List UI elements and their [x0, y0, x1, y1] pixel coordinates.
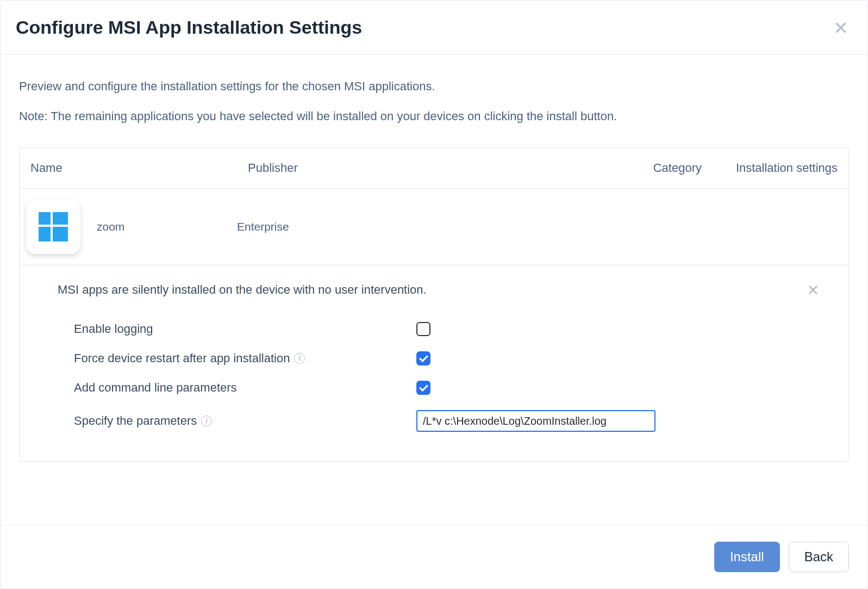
intro-line1: Preview and configure the installation s… [19, 77, 849, 96]
label-force-restart: Force device restart after app installat… [58, 351, 416, 365]
back-button[interactable]: Back [789, 542, 849, 572]
close-icon[interactable] [805, 282, 821, 298]
col-name: Name [30, 161, 248, 175]
row-add-params: Add command line parameters [58, 373, 832, 402]
label-text: Specify the parameters [74, 414, 197, 428]
info-icon[interactable]: i [201, 416, 212, 426]
col-publisher: Publisher [248, 161, 631, 175]
panel-intro: MSI apps are silently installed on the d… [58, 283, 427, 297]
info-icon[interactable]: i [294, 353, 305, 364]
label-text: Force device restart after app installat… [74, 351, 290, 365]
windows-icon [26, 200, 80, 254]
label-specify-params: Specify the parameters i [58, 414, 416, 428]
label-enable-logging: Enable logging [58, 322, 416, 336]
apps-table: Name Publisher Category Installation set… [19, 147, 849, 462]
install-button[interactable]: Install [714, 542, 780, 572]
col-settings: Installation settings [718, 161, 838, 175]
checkbox-force-restart[interactable] [416, 351, 430, 365]
dialog-header: Configure MSI App Installation Settings [1, 1, 867, 55]
dialog-title: Configure MSI App Installation Settings [16, 17, 362, 38]
configure-msi-dialog: Configure MSI App Installation Settings … [0, 0, 868, 589]
row-enable-logging: Enable logging [58, 314, 832, 344]
close-icon[interactable] [833, 20, 849, 36]
table-row: zoom Enterprise [20, 189, 848, 265]
row-force-restart: Force device restart after app installat… [58, 344, 832, 373]
parameters-input[interactable] [416, 410, 655, 432]
row-specify-params: Specify the parameters i [58, 402, 832, 439]
cell-name: zoom [97, 220, 237, 233]
checkbox-add-params[interactable] [416, 381, 430, 395]
label-text: Enable logging [74, 322, 153, 336]
cell-publisher: Enterprise [237, 220, 838, 233]
table-header-row: Name Publisher Category Installation set… [20, 148, 848, 189]
installation-settings-panel: MSI apps are silently installed on the d… [20, 265, 848, 461]
label-add-params: Add command line parameters [58, 381, 416, 395]
checkbox-enable-logging[interactable] [416, 322, 430, 336]
col-category: Category [631, 161, 718, 175]
intro-line2: Note: The remaining applications you hav… [19, 107, 849, 126]
dialog-body: Preview and configure the installation s… [1, 55, 867, 525]
dialog-footer: Install Back [1, 525, 867, 588]
panel-head: MSI apps are silently installed on the d… [58, 282, 832, 298]
label-text: Add command line parameters [74, 381, 237, 395]
